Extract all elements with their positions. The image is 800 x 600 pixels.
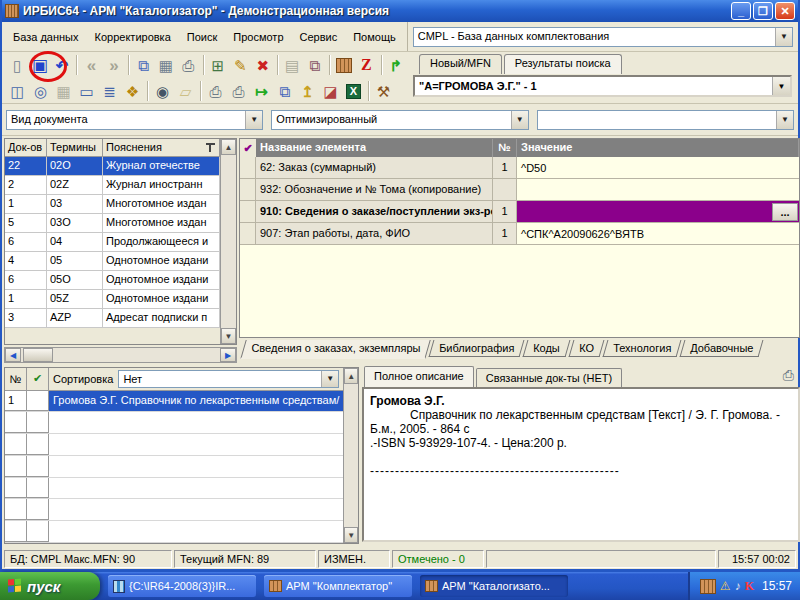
- field-row-selected[interactable]: 910: Сведения о заказе/поступлении экз-р…: [240, 201, 799, 223]
- scroll-left-icon[interactable]: ◀: [5, 348, 21, 362]
- kaspersky-icon[interactable]: K: [745, 579, 754, 594]
- scroll-down-icon[interactable]: ▼: [221, 328, 236, 344]
- terms-col-notes[interactable]: Пояснения: [103, 139, 220, 156]
- pin-icon[interactable]: [206, 143, 215, 145]
- monitor-view-icon[interactable]: ▭: [75, 80, 98, 102]
- term-row[interactable]: 105ZОднотомное издани: [5, 290, 220, 309]
- menu-view[interactable]: Просмотр: [226, 28, 290, 46]
- undo-icon[interactable]: ↶: [51, 54, 73, 76]
- minimize-button[interactable]: _: [731, 2, 751, 20]
- chevron-down-icon[interactable]: ▼: [245, 111, 262, 129]
- search-doc-icon[interactable]: ◎: [29, 80, 52, 102]
- term-row[interactable]: 604Продолжающееся и: [5, 233, 220, 252]
- delete-icon[interactable]: ✖: [251, 54, 273, 76]
- field-check-cell[interactable]: [240, 157, 256, 178]
- term-row[interactable]: 202ZЖурнал иностранн: [5, 176, 220, 195]
- terms-horizontal-scrollbar[interactable]: ◀ ▶: [4, 347, 237, 363]
- printer-setup-icon[interactable]: ⎙: [227, 80, 250, 102]
- folder-up-icon[interactable]: ↥: [296, 80, 319, 102]
- copy-doc-icon[interactable]: ⧉: [303, 54, 325, 76]
- term-row[interactable]: 3AZP Адресат подписки п: [5, 309, 220, 328]
- term-row[interactable]: 103Многотомное издан: [5, 195, 220, 214]
- field-check-cell[interactable]: [240, 179, 256, 200]
- terms-col-docs[interactable]: Док-ов: [5, 139, 47, 156]
- start-button[interactable]: пуск: [0, 572, 100, 600]
- tab-linked-docs[interactable]: Связанные док-ты (НЕТ): [476, 368, 622, 387]
- field-check-cell[interactable]: [240, 223, 256, 244]
- scrollbar-thumb[interactable]: [23, 348, 53, 362]
- tab-codes[interactable]: Коды: [523, 340, 570, 357]
- eye-view-icon[interactable]: ◉: [151, 80, 174, 102]
- speaker-icon[interactable]: ♪: [735, 579, 741, 593]
- scroll-up-icon[interactable]: ▲: [344, 368, 358, 384]
- chevron-down-icon[interactable]: ▼: [776, 111, 793, 129]
- chevron-down-icon[interactable]: ▼: [772, 77, 790, 95]
- tab-bibliography[interactable]: Библиография: [429, 340, 525, 357]
- scroll-up-icon[interactable]: ▲: [221, 139, 236, 155]
- chevron-down-icon[interactable]: ▼: [321, 371, 338, 387]
- irbis-cat-icon[interactable]: [333, 54, 355, 76]
- copy-pages-icon[interactable]: ⧉: [273, 80, 296, 102]
- field-row[interactable]: 932: Обозначение и № Тома (копирование): [240, 179, 799, 201]
- irbis-tray-icon[interactable]: [700, 579, 716, 594]
- print-description-icon[interactable]: ⎙: [783, 367, 794, 384]
- taskbar-task-katalogizator[interactable]: АРМ "Каталогизато...: [420, 575, 568, 597]
- field-row[interactable]: 62: Заказ (суммарный) 1 ^D50: [240, 157, 799, 179]
- menu-database[interactable]: База данных: [6, 28, 86, 46]
- sort-selector[interactable]: Нет ▼: [118, 370, 339, 388]
- settings-tools-icon[interactable]: ⚒: [372, 80, 395, 102]
- search-result-selector[interactable]: "A=ГРОМОВА Э.Г." - 1 ▼: [413, 75, 792, 97]
- term-row[interactable]: 605OОднотомное издани: [5, 271, 220, 290]
- database-selector[interactable]: CMPL - База данных комплектования ▼: [413, 27, 793, 47]
- terms-col-terms[interactable]: Термины: [47, 139, 103, 156]
- new-doc-icon[interactable]: ▯: [6, 54, 28, 76]
- field-check-cell[interactable]: [240, 201, 256, 222]
- prev-icon[interactable]: «: [80, 54, 102, 76]
- printer-icon[interactable]: ⎙: [204, 80, 227, 102]
- menu-search[interactable]: Поиск: [180, 28, 224, 46]
- check-all-icon[interactable]: ✔: [240, 139, 256, 157]
- menu-service[interactable]: Сервис: [293, 28, 345, 46]
- fields-col-num[interactable]: №: [493, 139, 517, 157]
- export-green-icon[interactable]: ↱: [385, 54, 407, 76]
- menu-edit[interactable]: Корректировка: [88, 28, 178, 46]
- tile-windows-icon[interactable]: ▦: [155, 54, 177, 76]
- copy-record-icon[interactable]: ⧉: [132, 54, 154, 76]
- save-icon[interactable]: ▣: [28, 54, 50, 76]
- field-row[interactable]: 907: Этап работы, дата, ФИО 1 ^СПК^А2009…: [240, 223, 799, 245]
- format-selector[interactable]: Оптимизированный ▼: [271, 110, 528, 130]
- tab-orders-copies[interactable]: Сведения о заказах, экземпляры: [240, 340, 430, 359]
- stats-chart-icon[interactable]: ◪: [319, 80, 342, 102]
- scroll-right-icon[interactable]: ▶: [220, 348, 236, 362]
- term-row[interactable]: 405Однотомное издани: [5, 252, 220, 271]
- doc-view-icon[interactable]: ◫: [6, 80, 29, 102]
- alert-shield-icon[interactable]: ⚠: [720, 579, 731, 593]
- next-icon[interactable]: »: [103, 54, 125, 76]
- extra-selector[interactable]: ▼: [537, 110, 794, 130]
- term-row[interactable]: 503OМноготомное издан: [5, 214, 220, 233]
- fields-col-name[interactable]: Название элемента: [256, 139, 493, 157]
- open-folder-icon[interactable]: ▱: [174, 80, 197, 102]
- tree-view-icon[interactable]: ≣: [98, 80, 121, 102]
- menu-help[interactable]: Помощь: [346, 28, 403, 46]
- tab-new-mfn[interactable]: Новый/MFN: [419, 54, 502, 74]
- terms-vertical-scrollbar[interactable]: ▲ ▼: [220, 139, 236, 344]
- print-doc-icon[interactable]: ▤: [281, 54, 303, 76]
- results-vertical-scrollbar[interactable]: ▲ ▼: [343, 368, 358, 543]
- bee-books-icon[interactable]: ❖: [121, 80, 144, 102]
- z-dictionary-icon[interactable]: Z: [355, 54, 377, 76]
- scroll-down-icon[interactable]: ▼: [344, 527, 358, 543]
- chevron-down-icon[interactable]: ▼: [775, 28, 792, 46]
- tab-additional[interactable]: Добавочные: [679, 340, 763, 357]
- export-doc-icon[interactable]: ↦: [250, 80, 273, 102]
- tab-technology[interactable]: Технология: [602, 340, 681, 357]
- print-labels-icon[interactable]: ⎙: [177, 54, 199, 76]
- taskbar-task-komplektator[interactable]: АРМ "Комплектатор": [264, 575, 412, 597]
- check-icon[interactable]: ✔: [27, 368, 49, 390]
- restore-button[interactable]: ❐: [753, 2, 773, 20]
- chevron-down-icon[interactable]: ▼: [511, 111, 528, 129]
- close-button[interactable]: ✕: [775, 2, 795, 20]
- taskbar-task-explorer[interactable]: {C:\IR64-2008(3)}IR...: [108, 575, 256, 597]
- tree-add-icon[interactable]: ⊞: [207, 54, 229, 76]
- term-row[interactable]: 2202OЖурнал отечестве: [5, 157, 220, 176]
